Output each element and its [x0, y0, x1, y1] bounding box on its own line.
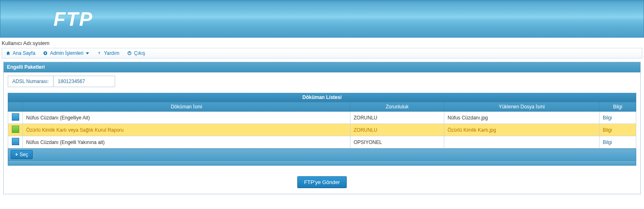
row-document-name: Nüfus Cüzdanı (Engelliye Ait) [23, 112, 350, 124]
svg-text:?: ? [98, 51, 100, 55]
row-uploaded-file: Özürlü Kimlik Kartı.jpg [444, 124, 599, 136]
power-icon [127, 50, 132, 56]
row-required: OPSIYONEL [350, 136, 444, 148]
row-info-link[interactable]: Bilgi [603, 115, 612, 121]
panel-title: Engelli Paketleri [4, 62, 640, 72]
adsl-field-group: ADSL Numarası: [8, 76, 115, 87]
document-table: Döküman İsmi Zorunluluk Yüklenen Dosya İ… [8, 102, 636, 148]
row-select-icon [12, 126, 19, 133]
menu-home[interactable]: Ana Sayfa [5, 50, 35, 56]
table-bottom-band [8, 161, 636, 166]
help-icon: ? [96, 50, 102, 56]
menu-admin-label: Admin İşlemleri [50, 50, 83, 56]
row-document-name: Nüfus Cüzdanı (Engelli Yakınına ait) [23, 136, 350, 148]
menu-help[interactable]: ? Yardım [96, 50, 119, 56]
header-info: Bilgi [599, 102, 636, 112]
row-select-icon [12, 113, 19, 121]
row-info-cell: Bilgi [599, 136, 636, 148]
chevron-down-icon [86, 52, 89, 54]
app-title: FTP [53, 8, 93, 30]
header-icon [8, 102, 23, 112]
app-banner: FTP [0, 0, 644, 38]
table-row[interactable]: Özürlü Kimlik Kartı veya Sağlık Kurul Ra… [8, 124, 636, 136]
header-name: Döküman İsmi [23, 102, 350, 112]
row-select-icon [12, 138, 19, 145]
row-select-cell[interactable] [8, 136, 23, 148]
menu-home-label: Ana Sayfa [13, 50, 35, 56]
table-header-row: Döküman İsmi Zorunluluk Yüklenen Dosya İ… [8, 102, 636, 112]
panel-engelli-paketleri: Engelli Paketleri ADSL Numarası: Döküman… [3, 62, 641, 194]
row-info-cell: Bilgi [599, 112, 636, 124]
header-required: Zorunluluk [350, 102, 444, 112]
menu-bar: Ana Sayfa Admin İşlemleri ? Yardım Çıkış [2, 48, 642, 58]
row-select-cell[interactable] [8, 124, 23, 136]
document-list-title: Döküman Listesi [8, 93, 636, 102]
row-required: ZORUNLU [350, 124, 444, 136]
home-icon [5, 50, 11, 56]
row-info-link[interactable]: Bilgi [603, 127, 612, 133]
user-info: Kullanıcı Adı:system [0, 38, 644, 48]
header-uploaded: Yüklenen Dosya İsmi [444, 102, 599, 112]
menu-exit[interactable]: Çıkış [127, 50, 145, 56]
table-row[interactable]: Nüfus Cüzdanı (Engelli Yakınına ait)OPSI… [8, 136, 636, 148]
row-info-link[interactable]: Bilgi [603, 139, 612, 145]
adsl-input[interactable] [53, 76, 115, 87]
select-button-label: Seç [20, 152, 28, 157]
row-document-name: Özürlü Kimlik Kartı veya Sağlık Kurul Ra… [23, 124, 350, 136]
select-button[interactable]: + Seç [11, 150, 33, 159]
row-select-cell[interactable] [8, 112, 23, 124]
menu-exit-label: Çıkış [134, 50, 145, 56]
row-required: ZORUNLU [350, 112, 444, 124]
row-info-cell: Bilgi [599, 124, 636, 136]
menu-admin[interactable]: Admin İşlemleri [42, 50, 89, 56]
table-row[interactable]: Nüfus Cüzdanı (Engelliye Ait)ZORUNLUNüfu… [8, 112, 636, 124]
menu-help-label: Yardım [104, 50, 119, 56]
table-footer-band: + Seç [8, 148, 636, 161]
plus-circle-icon [42, 50, 48, 56]
send-row: FTP'ye Gönder [8, 176, 636, 188]
row-uploaded-file [444, 136, 599, 148]
user-label: Kullanıcı Adı: [2, 40, 33, 46]
ftp-send-label: FTP'ye Gönder [304, 179, 340, 185]
adsl-label: ADSL Numarası: [8, 76, 53, 87]
plus-icon: + [15, 152, 18, 157]
row-uploaded-file: Nüfus Cüzdanı.jpg [444, 112, 599, 124]
document-table-container: Döküman Listesi Döküman İsmi Zorunluluk … [8, 93, 636, 166]
user-name: system [33, 40, 49, 46]
ftp-send-button[interactable]: FTP'ye Gönder [297, 176, 347, 188]
